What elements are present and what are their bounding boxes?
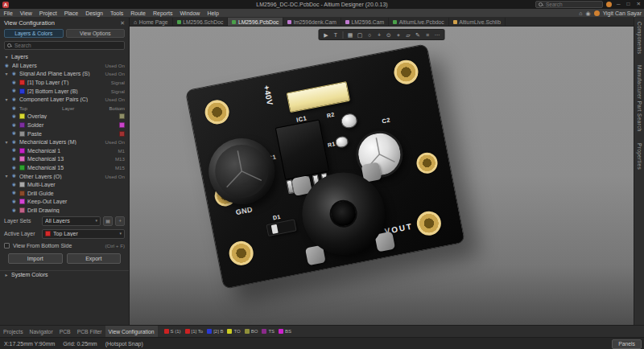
layers-tool-icon[interactable]: ≡	[423, 31, 432, 39]
visibility-eye-icon[interactable]: ◉	[11, 191, 17, 195]
view-from-bottom-row[interactable]: View From Bottom Side (Ctrl + F)	[0, 240, 129, 251]
layer-chip[interactable]: S (1)	[164, 329, 181, 334]
mounting-pad[interactable]	[392, 58, 420, 86]
expand-icon[interactable]: ▾	[4, 72, 9, 76]
layer-row-mechanical-13[interactable]: ◉ Mechanical 13 M13	[0, 155, 129, 164]
grid-tool-icon[interactable]: ▦	[346, 31, 355, 39]
global-search-input[interactable]	[535, 1, 603, 8]
component-fuse[interactable]	[287, 81, 350, 113]
layer-chip[interactable]: TS	[262, 329, 275, 334]
mounting-pad[interactable]	[415, 209, 443, 237]
bottom-solder-color-swatch[interactable]	[119, 122, 125, 128]
pair-row-solder[interactable]: ◉ Solder	[0, 121, 129, 129]
global-search-field[interactable]	[546, 2, 600, 7]
expand-icon[interactable]: ▾	[4, 97, 9, 102]
via-tool-icon[interactable]: ⊙	[385, 31, 394, 39]
pencil-tool-icon[interactable]: ✎	[414, 31, 423, 39]
minimize-icon[interactable]: ─	[615, 2, 622, 7]
used-on-label[interactable]: Used On	[105, 96, 125, 102]
menu-design[interactable]: Design	[82, 9, 107, 18]
maximize-icon[interactable]: □	[625, 2, 632, 7]
user-avatar[interactable]	[606, 2, 612, 7]
layer-color-swatch[interactable]	[19, 80, 25, 85]
user-name[interactable]: Yigit Can Sayar	[603, 10, 642, 16]
menu-file[interactable]: File	[0, 9, 16, 18]
layer-row-top-layer[interactable]: ◉ [1] Top Layer (T) Signal	[0, 78, 129, 87]
layer-color-swatch[interactable]	[19, 156, 25, 162]
expand-icon[interactable]: ▾	[4, 174, 9, 179]
used-on-label[interactable]: Used On	[105, 71, 125, 76]
tab-manufacturer-part-search[interactable]: Manufacturer Part Search	[637, 65, 642, 132]
visibility-eye-icon[interactable]: ◉	[11, 157, 17, 162]
layer-color-swatch[interactable]	[19, 165, 25, 170]
used-on-label[interactable]: Used On	[105, 63, 125, 68]
visibility-eye-icon[interactable]: ◉	[11, 166, 17, 170]
bottom-tab-pcb-filter[interactable]: PCB Filter	[74, 326, 105, 338]
tab-components[interactable]: Components	[637, 22, 642, 54]
bottom-paste-color-swatch[interactable]	[119, 131, 125, 137]
menu-help[interactable]: Help	[204, 9, 222, 18]
visibility-eye-icon[interactable]: ◉	[11, 183, 17, 187]
layer-chip[interactable]: BO	[245, 329, 258, 334]
visibility-eye-icon[interactable]: ◉	[11, 114, 17, 119]
layer-color-swatch[interactable]	[19, 182, 25, 187]
visibility-eye-icon[interactable]: ◉	[11, 174, 17, 179]
bottom-tab-navigator[interactable]: Navigator	[27, 326, 56, 338]
pcb-board[interactable]: +40V IC1 C1 C2 R2 R1 D1 GND GND VOUT	[185, 43, 465, 289]
tab-lm2596-schdoc[interactable]: LM2596.SchDoc	[173, 18, 229, 26]
layer-chip[interactable]: [1] To	[185, 329, 204, 334]
cursor-tool-icon[interactable]: ▶	[322, 31, 331, 39]
export-button[interactable]: Export	[67, 253, 122, 264]
system-colors-section-header[interactable]: ▸ System Colors	[0, 270, 129, 279]
bottom-tab-view-configuration[interactable]: View Configuration	[105, 326, 158, 338]
pcb-3d-viewport[interactable]: ▶ T ▦ ▢ ○ + ⊙ ⌖ ▱ ✎ ≡ ⋯ +40V IC1 C1	[130, 27, 634, 325]
tab-lm2596-cam[interactable]: LM2596.Cam	[341, 18, 389, 26]
visibility-eye-icon[interactable]: ◉	[11, 123, 17, 128]
component-ic1-regulator[interactable]	[275, 119, 330, 179]
tab-layers-and-colors[interactable]: Layers & Colors	[4, 29, 64, 38]
board-tool-icon[interactable]: ▢	[356, 31, 365, 39]
layer-row-all-layers[interactable]: ◉ All Layers Used On	[0, 61, 129, 70]
visibility-eye-icon[interactable]: ◉	[11, 72, 17, 76]
circle-tool-icon[interactable]: ○	[365, 31, 374, 39]
menu-view[interactable]: View	[16, 9, 35, 18]
manage-layer-sets-button[interactable]: ＋	[115, 216, 125, 226]
notifications-icon[interactable]: ◉	[586, 10, 591, 16]
component-inductor-toroid[interactable]	[295, 166, 392, 262]
component-r1[interactable]	[334, 135, 349, 149]
view-from-bottom-checkbox[interactable]	[4, 243, 10, 248]
top-paste-color-swatch[interactable]	[19, 131, 25, 137]
bottom-tab-pcb[interactable]: PCB	[56, 326, 74, 338]
import-button[interactable]: Import	[8, 253, 63, 264]
visibility-eye-icon[interactable]: ◉	[11, 88, 17, 93]
text-tool-icon[interactable]: T	[332, 31, 341, 39]
layer-row-mechanical-15[interactable]: ◉ Mechanical 15 M15	[0, 163, 129, 172]
component-r2[interactable]	[340, 113, 358, 129]
layer-row-keep-out[interactable]: ◉ Keep-Out Layer	[0, 198, 129, 207]
visibility-eye-icon[interactable]: ◉	[11, 199, 17, 204]
layer-color-swatch[interactable]	[19, 88, 25, 94]
top-overlay-color-swatch[interactable]	[19, 113, 25, 119]
menu-tools[interactable]: Tools	[106, 9, 126, 18]
panel-close-icon[interactable]: ✕	[120, 20, 125, 27]
visibility-eye-icon[interactable]: ◉	[11, 131, 17, 136]
layer-row-bottom-layer[interactable]: ◉ [2] Bottom Layer (B) Signal	[0, 87, 129, 96]
group-other-layers[interactable]: ▾ ◉ Other Layers (O) Used On	[0, 172, 129, 181]
tab-altiumlive-schlib[interactable]: AltiumLive.Schlib	[449, 18, 506, 26]
tab-home-page[interactable]: ⌂ Home Page	[130, 18, 173, 26]
used-on-label[interactable]: Used On	[105, 139, 125, 145]
tab-properties[interactable]: Properties	[637, 143, 642, 170]
visibility-eye-icon[interactable]: ◉	[4, 64, 10, 68]
mounting-pad[interactable]	[227, 239, 255, 267]
visibility-eye-icon[interactable]: ◉	[11, 208, 17, 213]
visibility-eye-icon[interactable]: ◉	[11, 140, 17, 145]
menu-place[interactable]: Place	[60, 9, 82, 18]
expand-icon[interactable]: ▾	[4, 140, 9, 145]
group-component-layer-pairs[interactable]: ▾ ◉ Component Layer Pairs (C) Used On	[0, 95, 129, 104]
layer-color-swatch[interactable]	[19, 207, 25, 213]
tab-lm2596denk-cam[interactable]: lm2596denk.Cam	[283, 18, 341, 26]
used-on-label[interactable]: Used On	[105, 174, 125, 179]
solder-pad[interactable]	[415, 151, 439, 175]
layer-color-swatch[interactable]	[19, 199, 25, 204]
bottom-overlay-color-swatch[interactable]	[119, 113, 125, 119]
